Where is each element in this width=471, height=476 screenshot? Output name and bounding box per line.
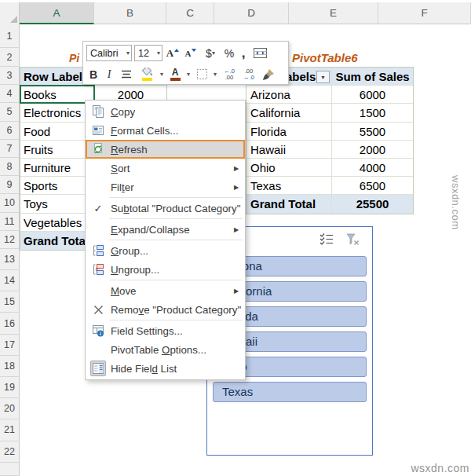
sum-of-sales-header-cell[interactable]: Sum of Sales: [332, 68, 413, 85]
grand-total-value-cell[interactable]: 25500: [332, 195, 413, 213]
select-all-button[interactable]: [0, 2, 20, 24]
menu-item-subtotal[interactable]: ✓ Subtotal "Product Category": [86, 199, 245, 218]
menu-item-field-settings[interactable]: Field Settings...: [86, 321, 245, 340]
italic-button[interactable]: I: [103, 68, 115, 81]
fill-color-dropdown[interactable]: ▾: [159, 71, 165, 78]
font-color-dropdown[interactable]: ▾: [185, 71, 192, 78]
row-header-9[interactable]: 9: [0, 176, 20, 194]
state-cell[interactable]: Hawaii: [246, 141, 332, 158]
column-header-a[interactable]: A: [20, 2, 94, 24]
row-header-8[interactable]: 8: [0, 158, 20, 176]
row-header-14[interactable]: 14: [0, 270, 20, 291]
row-header-11[interactable]: 11: [0, 213, 20, 231]
menu-item-sort[interactable]: Sort ▶: [86, 159, 245, 178]
menu-item-copy[interactable]: Copy: [86, 102, 245, 121]
menu-item-move[interactable]: Move ▶: [86, 281, 245, 300]
state-cell[interactable]: Florida: [246, 123, 332, 140]
table-row: California 1500: [246, 104, 413, 122]
refresh-icon: [92, 143, 104, 156]
category-cell[interactable]: Toys: [20, 195, 95, 212]
value-cell[interactable]: 4000: [332, 159, 413, 176]
font-name-combo[interactable]: Calibri ▾: [86, 45, 132, 61]
category-cell[interactable]: Vegetables: [20, 214, 95, 231]
bold-button[interactable]: B: [86, 68, 100, 81]
row-header-20[interactable]: 20: [0, 398, 20, 419]
value-cell[interactable]: 1500: [332, 104, 413, 121]
column-header-e[interactable]: E: [289, 2, 378, 24]
category-cell[interactable]: Furniture: [20, 159, 95, 176]
row-header-18[interactable]: 18: [0, 356, 20, 377]
grand-total-cell[interactable]: Grand Total: [246, 195, 332, 213]
center-align-button[interactable]: [118, 70, 135, 79]
font-size-combo[interactable]: 12 ▾: [134, 45, 162, 61]
category-cell[interactable]: Food: [20, 123, 95, 140]
comma-format-button[interactable]: ,: [239, 46, 248, 61]
state-cell[interactable]: Texas: [246, 177, 332, 194]
fill-color-icon: [141, 68, 154, 77]
menu-item-hide-field-list[interactable]: Hide Field List: [86, 359, 245, 378]
increase-decimal-button[interactable]: ←.0 .00: [221, 68, 238, 81]
percent-format-button[interactable]: %: [222, 47, 236, 60]
menu-separator: [109, 240, 243, 240]
row-header-12[interactable]: 12: [0, 231, 20, 249]
row-header-2[interactable]: 2: [0, 48, 20, 67]
column-header-c[interactable]: C: [166, 2, 214, 24]
menu-item-format-cells[interactable]: Format Cells...: [86, 121, 245, 140]
column-header-f[interactable]: F: [378, 2, 471, 24]
row-header-1[interactable]: 1: [0, 24, 20, 48]
slicer-item-texas[interactable]: Texas: [213, 382, 367, 402]
row-labels-filter-button[interactable]: ▼: [316, 71, 330, 83]
category-cell[interactable]: Sports: [20, 177, 95, 194]
comma-icon: ,: [242, 46, 246, 61]
menu-item-refresh[interactable]: Refresh: [86, 140, 245, 159]
borders-button[interactable]: [194, 69, 210, 79]
value-cell[interactable]: 6000: [332, 86, 413, 103]
menu-item-ungroup[interactable]: Ungroup...: [86, 260, 245, 279]
value-cell[interactable]: 5500: [332, 123, 413, 140]
value-cell[interactable]: 6500: [332, 177, 413, 194]
accounting-format-button[interactable]: $ ▾: [201, 47, 220, 60]
row-header-15[interactable]: 15: [0, 291, 20, 313]
borders-dropdown[interactable]: ▾: [212, 71, 218, 78]
value-cell[interactable]: 2000: [332, 141, 413, 158]
menu-item-group[interactable]: Group...: [86, 241, 245, 260]
row-header-22[interactable]: 22: [0, 441, 20, 463]
row-header-4[interactable]: 4: [0, 85, 20, 103]
grand-total-cell[interactable]: Grand Total: [20, 232, 95, 250]
font-color-button[interactable]: A: [167, 68, 183, 81]
row-header-16[interactable]: 16: [0, 313, 20, 334]
fill-color-button[interactable]: [137, 68, 156, 81]
group-icon: [92, 244, 104, 257]
category-cell[interactable]: Books: [20, 86, 95, 103]
menu-item-remove-field[interactable]: Remove "Product Category": [86, 300, 245, 319]
submenu-arrow-icon: ▶: [234, 184, 245, 191]
merge-center-button[interactable]: [250, 47, 269, 59]
state-cell[interactable]: Arizona: [246, 86, 332, 103]
row-header-10[interactable]: 10: [0, 194, 20, 212]
row-header-21[interactable]: 21: [0, 419, 20, 441]
row-header-5[interactable]: 5: [0, 103, 20, 121]
row-header-3[interactable]: 3: [0, 67, 20, 85]
increase-font-size-button[interactable]: A: [165, 47, 181, 60]
row-header-23-partial[interactable]: [0, 463, 20, 476]
decrease-decimal-button[interactable]: .00 →.0: [240, 68, 257, 81]
column-header-b[interactable]: B: [94, 2, 166, 24]
menu-item-expand-collapse[interactable]: Expand/Collapse ▶: [86, 220, 245, 239]
slicer-multiselect-button[interactable]: [318, 232, 335, 246]
row-header-6[interactable]: 6: [0, 122, 20, 140]
column-header-d[interactable]: D: [214, 2, 289, 24]
category-cell[interactable]: Electronics: [20, 104, 95, 121]
row-header-7[interactable]: 7: [0, 140, 20, 158]
menu-separator: [109, 320, 243, 320]
state-cell[interactable]: California: [246, 104, 332, 121]
menu-item-filter[interactable]: Filter ▶: [86, 178, 245, 196]
format-painter-button[interactable]: [260, 68, 277, 81]
state-cell[interactable]: Ohio: [246, 159, 332, 176]
decrease-font-size-button[interactable]: A: [183, 49, 199, 58]
row-header-13[interactable]: 13: [0, 249, 20, 270]
slicer-clear-filter-button[interactable]: [344, 232, 361, 246]
category-cell[interactable]: Fruits: [20, 141, 95, 158]
row-header-19[interactable]: 19: [0, 377, 20, 398]
row-header-17[interactable]: 17: [0, 335, 20, 356]
menu-item-pivottable-options[interactable]: PivotTable Options...: [86, 340, 245, 359]
